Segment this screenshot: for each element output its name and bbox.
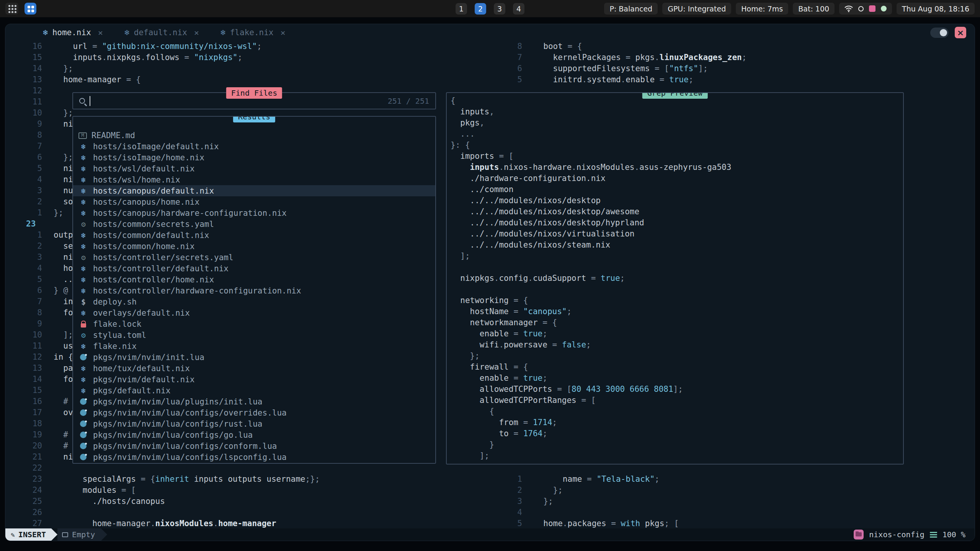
result-row[interactable]: hosts/common/default.nix — [73, 230, 435, 241]
code-text: firewall = { — [451, 362, 528, 373]
result-row[interactable]: pkgs/nvim/nvim/lua/configs/rust.lua — [73, 418, 435, 429]
result-row[interactable]: stylua.toml — [73, 329, 435, 341]
result-row[interactable]: pkgs/nvim/nvim/lua/configs/go.lua — [73, 429, 435, 440]
result-row[interactable]: hosts/isoImage/home.nix — [73, 152, 435, 163]
power-profile-module: P: Balanced — [604, 3, 658, 15]
nix-file-icon — [78, 275, 88, 285]
line-number: 21 — [15, 452, 54, 463]
text-cursor — [90, 96, 90, 106]
code-line: imports = [ — [451, 151, 731, 162]
workspace-4[interactable]: 4 — [513, 3, 524, 15]
result-row[interactable]: pkgs/nvim/nvim/init.lua — [73, 352, 435, 363]
line-number: 8 — [495, 41, 534, 52]
tab-flake-nix[interactable]: ❄ flake.nix × — [210, 24, 296, 41]
result-row[interactable]: pkgs/default.nix — [73, 385, 435, 396]
result-row[interactable]: hosts/wsl/default.nix — [73, 163, 435, 174]
scroll-progress: 100 % — [942, 530, 965, 539]
line-number: 16 — [15, 396, 54, 407]
result-row[interactable]: hosts/common/secrets.yaml — [73, 218, 435, 230]
result-row[interactable]: hosts/canopus/default.nix — [73, 185, 435, 196]
code-line: ... — [451, 129, 731, 140]
result-filename: pkgs/nvim/nvim/lua/configs/rust.lua — [93, 419, 263, 429]
line-number: 14 — [15, 63, 54, 74]
code-text: networking = { — [451, 295, 528, 306]
code-text: url = "github:nix-community/nixos-wsl"; — [54, 41, 262, 52]
nix-file-icon — [78, 364, 88, 373]
bluetooth-icon — [858, 6, 864, 11]
result-row[interactable]: hosts/wsl/home.nix — [73, 174, 435, 185]
preview-code: { inputs, pkgs, ...}: { imports = [ inpu… — [451, 95, 731, 461]
tab-close-icon[interactable]: × — [98, 28, 103, 37]
result-row[interactable]: flake.lock — [73, 318, 435, 329]
result-row[interactable]: hosts/controller/hardware-configuration.… — [73, 285, 435, 296]
clock: Thu Aug 08, 18:16 — [897, 3, 975, 15]
workspace-2[interactable]: 2 — [475, 3, 486, 15]
result-filename: hosts/isoImage/default.nix — [93, 142, 219, 151]
code-text: } — [451, 439, 494, 450]
app-menu-icon[interactable] — [24, 3, 36, 15]
wifi-icon — [844, 5, 853, 12]
line-number: 23 — [15, 474, 54, 485]
tab-close-icon[interactable]: × — [194, 28, 199, 37]
code-line: 27 home-manager.nixosModules.home-manage… — [15, 518, 320, 529]
line-number: 4 — [15, 174, 54, 185]
result-row[interactable]: overlays/default.nix — [73, 307, 435, 318]
code-line: 7 kernelPackages = pkgs.linuxPackages_ze… — [495, 52, 746, 63]
line-number: 6 — [495, 63, 534, 74]
code-text: outp — [54, 230, 73, 241]
code-text: }; — [54, 207, 63, 218]
system-topbar: 1 2 3 4 P: Balanced GPU: Integrated Home… — [0, 0, 980, 17]
result-row[interactable]: pkgs/nvim/nvim/lua/plugins/init.lua — [73, 396, 435, 407]
code-text: hostName = "canopus"; — [451, 306, 572, 317]
code-text: nu — [54, 185, 73, 196]
result-row[interactable]: hosts/canopus/hardware-configuration.nix — [73, 207, 435, 218]
result-filename: pkgs/nvim/nvim/init.lua — [93, 353, 204, 362]
tab-label: default.nix — [134, 28, 187, 37]
tab-home-nix[interactable]: ❄ home.nix × — [32, 24, 114, 41]
code-text: inputs.nixpkgs.follows = "nixpkgs"; — [54, 52, 242, 63]
line-number: 15 — [15, 52, 54, 63]
result-filename: hosts/controller/home.nix — [93, 275, 214, 284]
editor-pane-right-top[interactable]: 8 boot = {7 kernelPackages = pkgs.linuxP… — [495, 41, 746, 85]
result-row[interactable]: pkgs/nvim/nvim/lua/configs/overrides.lua — [73, 407, 435, 418]
workspace-1[interactable]: 1 — [456, 3, 467, 15]
code-text: ../../modules/nixos/desktop/awesome — [451, 206, 639, 217]
finder-prompt[interactable]: Find Files 251 / 251 — [72, 92, 436, 109]
tab-default-nix[interactable]: ❄ default.nix × — [114, 24, 210, 41]
code-text: fo — [54, 307, 73, 318]
nix-file-icon — [78, 142, 88, 152]
result-row[interactable]: pkgs/nvim/nvim/lua/configs/conform.lua — [73, 440, 435, 452]
find-files-popup: Find Files 251 / 251 Results README.mdho… — [72, 92, 436, 464]
result-row[interactable]: hosts/isoImage/default.nix — [73, 141, 435, 152]
code-text: ni — [54, 252, 73, 263]
code-line — [451, 284, 731, 295]
editor-pane-right-bottom[interactable]: 1 name = "Tela-black";2 };3 };45 home.pa… — [495, 474, 679, 529]
result-row[interactable]: pkgs/nvim/nvim/lua/configs/lspconfig.lua — [73, 452, 435, 463]
code-line: ../../modules/nixos/virtualisation — [451, 228, 731, 240]
result-row[interactable]: hosts/controller/home.nix — [73, 274, 435, 285]
line-number: 5 — [495, 518, 534, 529]
line-number: 9 — [15, 119, 54, 130]
app-launcher-icon[interactable] — [5, 3, 18, 15]
line-number: 11 — [15, 96, 54, 108]
tab-close-icon[interactable]: × — [281, 28, 286, 37]
result-row[interactable]: hosts/canopus/home.nix — [73, 196, 435, 207]
workspace-3[interactable]: 3 — [494, 3, 505, 15]
result-filename: hosts/controller/default.nix — [93, 264, 229, 273]
result-row[interactable]: pkgs/nvim/default.nix — [73, 374, 435, 385]
code-line: 24 modules = [ — [15, 485, 320, 496]
nix-file-icon — [78, 164, 88, 174]
result-row[interactable]: flake.nix — [73, 341, 435, 352]
code-text: .. — [54, 274, 73, 285]
result-row[interactable]: home/tux/default.nix — [73, 363, 435, 374]
result-row[interactable]: deploy.sh — [73, 296, 435, 307]
result-row[interactable]: README.md — [73, 130, 435, 141]
line-number: 2 — [495, 485, 534, 496]
window-close-button[interactable]: × — [955, 27, 966, 38]
result-row[interactable]: hosts/common/home.nix — [73, 241, 435, 252]
result-row[interactable]: hosts/controller/default.nix — [73, 263, 435, 274]
nix-file-icon — [78, 197, 88, 207]
results-list: README.mdhosts/isoImage/default.nixhosts… — [73, 130, 435, 463]
result-row[interactable]: hosts/controller/secrets.yaml — [73, 252, 435, 263]
theme-toggle[interactable] — [930, 28, 949, 38]
